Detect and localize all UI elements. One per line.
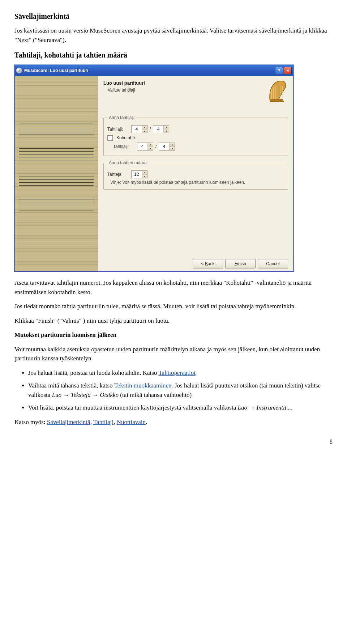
close-icon: ✕ — [286, 68, 290, 74]
pickup-numerator[interactable]: ▲▼ — [137, 143, 153, 151]
paragraph-3: Jos tiedät montako tahtia partituuriin t… — [14, 302, 333, 311]
spin-down-icon[interactable]: ▼ — [142, 130, 147, 133]
spin-up-icon[interactable]: ▲ — [142, 126, 147, 130]
pickup-checkbox[interactable] — [107, 135, 113, 141]
label-pickup: Tahtilaji: — [113, 143, 135, 150]
timesig-num-input[interactable] — [132, 126, 142, 133]
spin-up-icon[interactable]: ▲ — [170, 143, 175, 147]
link-tekstin-muokkaaminen[interactable]: Tekstin muokkaaminen — [114, 382, 172, 389]
paragraph-4: Klikkaa "Finish" ("Valmis" ) niin uusi t… — [14, 316, 333, 326]
spin-up-icon[interactable]: ▲ — [148, 143, 153, 147]
link-nuottiavain[interactable]: Nuottiavain — [117, 419, 146, 425]
label-timesig: Tahtilaji: — [107, 126, 129, 132]
group-measures: Anna tahtien määrä: Tahteja: ▲▼ Vihje: V… — [103, 160, 288, 190]
see-also: Katso myös: Sävellajimerkintä, Tahtilaji… — [14, 418, 333, 427]
spin-down-icon[interactable]: ▼ — [148, 147, 153, 151]
link-tahtilaji[interactable]: Tahtilaji — [93, 419, 113, 425]
slash-text: / — [150, 126, 151, 132]
wizard-subheading: Valitse tahtilaji — [108, 87, 266, 93]
list-item: Voit lisätä, poistaa tai muuttaa instrum… — [28, 403, 333, 412]
slash-text: / — [155, 143, 157, 150]
link-tahtioperaatiot[interactable]: Tahtioperaatiot — [158, 369, 196, 376]
help-button[interactable]: ? — [275, 67, 283, 74]
spin-down-icon[interactable]: ▼ — [142, 175, 147, 178]
measures-hint: Vihje: Voit myös lisätä tai poistaa taht… — [110, 180, 284, 186]
li3-menu-path: Luo → Instrumentit... — [237, 404, 291, 411]
finish-button[interactable]: Finish — [225, 259, 256, 268]
li2-menu-path: Luo → Tekstejä → Otsikko — [52, 391, 119, 398]
measures-input[interactable] — [132, 171, 142, 178]
label-measures: Tahteja: — [107, 171, 129, 178]
dialog-new-score: ♪ MuseScore: Luo uusi partituuri ? ✕ Luo… — [14, 65, 294, 272]
li3-text-a: Voit lisätä, poistaa tai muuttaa instrum… — [28, 404, 237, 411]
measures-spin[interactable]: ▲▼ — [131, 170, 147, 178]
group-timesig-legend: Anna tahtilaji: — [107, 114, 136, 121]
timesig-denominator[interactable]: ▲▼ — [153, 125, 169, 133]
heading-key-signature: Sävellajimerkintä — [14, 11, 333, 22]
list-item: Vaihtaa mitä tahansa tekstiä, katso Teks… — [28, 381, 333, 399]
see-also-label: Katso myös: — [14, 419, 47, 425]
group-timesig: Anna tahtilaji: Tahtilaji: ▲▼ / ▲▼ — [103, 114, 288, 156]
link-savellajimerkinta[interactable]: Sävellajimerkintä — [47, 419, 90, 425]
group-measures-legend: Anna tahtien määrä: — [107, 160, 149, 166]
heading-timesig: Tahtilaji, kohotahti ja tahtien määrä — [14, 50, 333, 60]
wizard-sidebar — [15, 76, 98, 271]
paragraph-2: Aseta tarvittavat tahtilajin numerot. Jo… — [14, 278, 333, 297]
paragraph-intro: Jos käytössäsi on uusin versio MuseScore… — [14, 26, 333, 45]
app-icon: ♪ — [16, 68, 22, 73]
spin-down-icon[interactable]: ▼ — [164, 130, 169, 133]
wizard-heading: Luo uusi partituuri — [103, 80, 266, 87]
timesig-numerator[interactable]: ▲▼ — [131, 125, 147, 133]
pickup-checkbox-label: Kohotahti: — [116, 135, 136, 141]
pickup-den-input[interactable] — [159, 143, 169, 150]
pickup-num-input[interactable] — [137, 143, 147, 150]
back-button[interactable]: < Back — [193, 259, 223, 268]
spin-up-icon[interactable]: ▲ — [142, 171, 147, 175]
list-item: Jos haluat lisätä, poistaa tai luoda koh… — [28, 368, 333, 378]
paragraph-5: Voit muuttaa kaikkia asetuksia opastetun… — [14, 345, 333, 363]
spin-down-icon[interactable]: ▼ — [170, 147, 175, 151]
li2-text-d: (tai mikä tahansa vaihtoehto) — [119, 391, 192, 398]
spin-up-icon[interactable]: ▲ — [164, 126, 169, 130]
li3-text-c: . — [291, 404, 292, 411]
harp-icon — [266, 78, 288, 103]
li2-text-a: Vaihtaa mitä tahansa tekstiä, katso — [28, 382, 114, 389]
page-number: 8 — [14, 437, 333, 446]
close-button[interactable]: ✕ — [284, 67, 292, 74]
dialog-titlebar: ♪ MuseScore: Luo uusi partituuri ? ✕ — [15, 65, 293, 76]
heading-after-creation: Mutokset partituurin luomisen jälkeen — [14, 330, 333, 340]
dialog-title: MuseScore: Luo uusi partituuri — [24, 67, 274, 74]
timesig-den-input[interactable] — [153, 126, 163, 133]
cancel-button[interactable]: Cancel — [258, 259, 288, 268]
li1-text: Jos haluat lisätä, poistaa tai luoda koh… — [28, 369, 158, 376]
pickup-denominator[interactable]: ▲▼ — [159, 143, 175, 151]
